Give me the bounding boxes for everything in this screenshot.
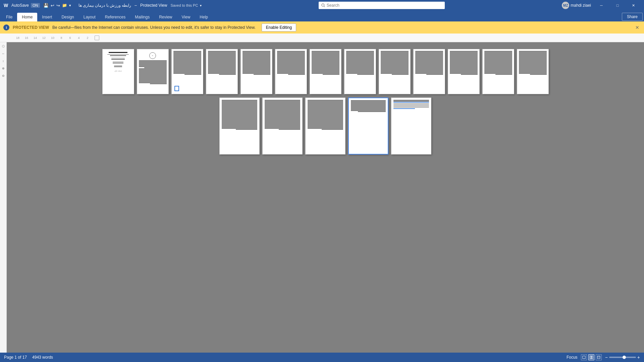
protected-view-icon: i — [3, 24, 9, 31]
page-thumb-15[interactable] — [262, 98, 303, 155]
document-canvas: صفحه اول ✏ — [7, 42, 644, 353]
minimize-button[interactable]: ─ — [594, 0, 609, 11]
ruler-mark: 10 — [48, 36, 57, 40]
title-bar: W AutoSave ON 💾 ↩ ↪ 📁 ▾ رابطه ورزش با در… — [0, 0, 644, 11]
page-thumb-18[interactable] — [391, 98, 431, 155]
page-thumb-7[interactable] — [310, 49, 341, 94]
page-thumb-16[interactable] — [305, 98, 345, 155]
avatar: MZ — [562, 2, 569, 9]
page-thumb-2[interactable]: ✏ — [137, 49, 169, 94]
left-tool-3[interactable]: ↕ — [1, 58, 6, 64]
ruler-mark: 12 — [40, 36, 48, 40]
page-thumb-14[interactable] — [219, 98, 260, 155]
protected-view-text: Protected View — [140, 3, 167, 8]
open-icon[interactable]: 📁 — [62, 3, 67, 8]
svg-rect-6 — [591, 356, 593, 359]
tab-review[interactable]: Review — [154, 13, 177, 21]
page-thumb-13[interactable] — [517, 49, 549, 94]
ribbon-tabs: File Home Insert Design Layout Reference… — [0, 11, 644, 21]
ruler-mark: 2 — [83, 36, 92, 40]
left-toolbar: ⬡ ↔ ↕ ⊕ ⊖ — [0, 42, 7, 353]
page-thumb-6[interactable] — [275, 49, 307, 94]
pages-row-1: صفحه اول ✏ — [102, 49, 549, 94]
redo-icon[interactable]: ↪ — [56, 3, 60, 8]
ruler-mark: 4 — [74, 36, 83, 40]
ruler: 18 16 14 12 10 8 6 4 2 — [0, 34, 644, 42]
title-bar-right: MZ mahdi ziaei ─ □ ✕ — [562, 0, 641, 11]
page-thumb-8[interactable] — [344, 49, 376, 94]
page-thumb-17[interactable] — [348, 98, 388, 155]
left-tool-5[interactable]: ⊖ — [1, 73, 6, 78]
ruler-mark: 8 — [57, 36, 66, 40]
user-info: MZ mahdi ziaei — [562, 2, 591, 9]
tab-layout[interactable]: Layout — [79, 13, 100, 21]
tab-mailings[interactable]: Mailings — [130, 13, 154, 21]
search-icon — [321, 3, 325, 7]
page-thumb-12[interactable] — [482, 49, 514, 94]
page-thumb-3[interactable] — [171, 49, 203, 94]
undo-icon[interactable]: ↩ — [51, 3, 54, 8]
word-count: 4943 words — [32, 355, 53, 360]
view-icons — [581, 354, 602, 360]
page-thumb-9[interactable] — [379, 49, 411, 94]
main-area: ⬡ ↔ ↕ ⊕ ⊖ صفحه اول — [0, 42, 644, 353]
multiple-pages-view-icon[interactable] — [588, 354, 594, 360]
tab-references[interactable]: References — [100, 13, 130, 21]
ruler-tool[interactable] — [95, 36, 99, 40]
tab-file[interactable]: File — [1, 13, 17, 21]
ruler-mark: 6 — [66, 36, 74, 40]
tab-view[interactable]: View — [177, 13, 195, 21]
ruler-mark: 18 — [13, 36, 22, 40]
protected-view-message: Be careful—files from the Internet can c… — [52, 25, 256, 30]
tab-design[interactable]: Design — [57, 13, 78, 21]
ruler-mark: 16 — [22, 36, 31, 40]
page-info: Page 1 of 17 — [4, 355, 27, 360]
restore-button[interactable]: □ — [610, 0, 625, 11]
tab-home[interactable]: Home — [17, 13, 37, 21]
saved-status: Saved to this PC — [170, 3, 198, 7]
zoom-control: − + — [605, 355, 640, 360]
tab-help[interactable]: Help — [195, 13, 213, 21]
search-input[interactable] — [327, 3, 442, 8]
zoom-out-button[interactable]: − — [605, 355, 608, 360]
svg-rect-4 — [583, 356, 585, 359]
title-bar-left: W AutoSave ON 💾 ↩ ↪ 📁 ▾ رابطه ورزش با در… — [3, 2, 202, 9]
status-bar: Page 1 of 17 4943 words Focus − + — [0, 353, 644, 362]
print-layout-view-icon[interactable] — [581, 354, 587, 360]
web-layout-view-icon[interactable] — [596, 354, 602, 360]
tab-insert[interactable]: Insert — [37, 13, 57, 21]
word-logo: W — [3, 2, 9, 9]
enable-editing-button[interactable]: Enable Editing — [262, 23, 296, 32]
left-tool-4[interactable]: ⊕ — [1, 66, 6, 71]
close-button[interactable]: ✕ — [626, 0, 641, 11]
page-thumb-10[interactable] — [413, 49, 445, 94]
user-name: mahdi ziaei — [571, 3, 591, 8]
protected-view-label-text: PROTECTED VIEW — [13, 25, 49, 30]
ruler-mark: 14 — [31, 36, 40, 40]
svg-rect-7 — [597, 356, 600, 359]
page-thumb-1[interactable]: صفحه اول — [102, 49, 134, 94]
window-controls: ─ □ ✕ — [594, 0, 641, 11]
page-thumb-5[interactable] — [240, 49, 272, 94]
zoom-slider[interactable] — [609, 357, 636, 358]
page-thumb-11[interactable] — [448, 49, 480, 94]
status-left: Page 1 of 17 4943 words — [4, 355, 53, 360]
zoom-in-button[interactable]: + — [637, 355, 640, 360]
svg-line-3 — [324, 6, 325, 7]
svg-rect-5 — [590, 356, 591, 359]
page-thumb-4[interactable] — [206, 49, 238, 94]
close-protected-bar-button[interactable]: ✕ — [634, 24, 641, 31]
save-icon[interactable]: 💾 — [43, 3, 49, 8]
autosave-label: AutoSave — [11, 3, 29, 8]
focus-label[interactable]: Focus — [567, 355, 578, 360]
saved-dropdown[interactable]: ▾ — [200, 4, 202, 7]
left-tool-2[interactable]: ↔ — [1, 51, 6, 56]
share-button[interactable]: Share — [622, 13, 643, 21]
left-tool-1[interactable]: ⬡ — [1, 44, 6, 49]
autosave-toggle[interactable]: ON — [31, 3, 40, 8]
doc-title: رابطه ورزش با درمان بیماری ها — [78, 3, 131, 8]
customize-icon[interactable]: ▾ — [69, 3, 71, 8]
protected-view-label: – — [135, 3, 137, 8]
ruler-marks: 18 16 14 12 10 8 6 4 2 — [13, 36, 92, 40]
status-right: Focus − + — [567, 354, 640, 360]
